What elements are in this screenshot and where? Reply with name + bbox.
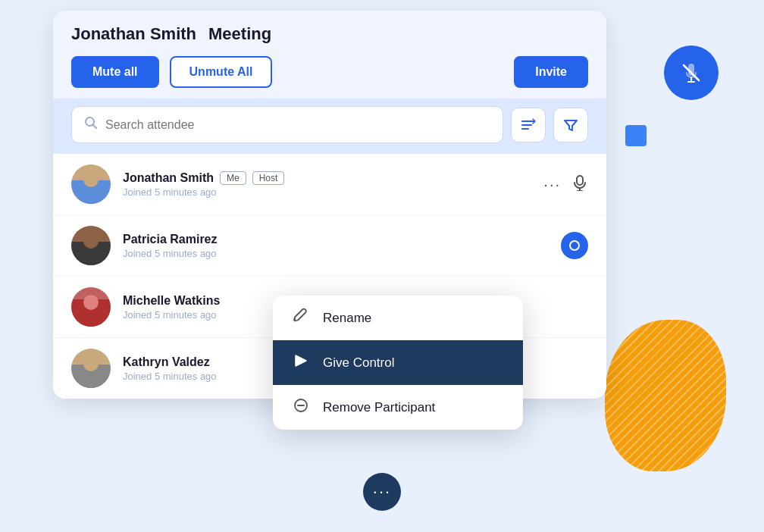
mute-status-indicator	[664, 45, 719, 100]
host-badge: Host	[252, 171, 285, 185]
sort-button[interactable]	[511, 108, 546, 142]
svg-point-16	[83, 295, 99, 310]
attendee-item: Patricia Ramirez Joined 5 minutes ago	[53, 215, 606, 277]
avatar	[71, 164, 111, 204]
decorative-square	[625, 125, 647, 146]
unmute-all-button[interactable]: Unmute All	[170, 56, 273, 88]
svg-point-19	[79, 371, 103, 388]
svg-rect-10	[577, 176, 583, 185]
svg-point-18	[83, 356, 99, 371]
header-actions: Mute all Unmute All Invite	[71, 56, 588, 88]
title-row: Jonathan Smith Meeting	[71, 24, 588, 44]
rename-icon	[291, 308, 311, 328]
svg-point-17	[79, 310, 103, 327]
me-badge: Me	[220, 171, 246, 185]
give-control-menu-item[interactable]: Give Control	[273, 340, 523, 385]
attendee-item: Jonathan Smith Me Host Joined 5 minutes …	[53, 154, 606, 215]
search-icon	[84, 116, 98, 133]
attendee-info: Jonathan Smith Me Host Joined 5 minutes …	[123, 171, 531, 198]
give-control-icon	[291, 352, 311, 373]
more-options-button[interactable]: ···	[543, 176, 561, 193]
mic-button[interactable]	[571, 174, 588, 195]
attendee-actions	[561, 232, 588, 259]
svg-point-14	[79, 249, 103, 265]
filter-button[interactable]	[553, 108, 588, 142]
join-time: Joined 5 minutes ago	[123, 186, 531, 198]
svg-line-4	[93, 125, 97, 129]
attendee-name: Jonathan Smith Me Host	[123, 171, 531, 185]
svg-point-9	[79, 187, 103, 204]
search-input[interactable]	[105, 118, 490, 132]
attendee-actions: ···	[543, 174, 588, 195]
rename-menu-item[interactable]: Rename	[273, 296, 523, 340]
search-row	[53, 99, 606, 154]
avatar	[71, 349, 111, 388]
panel-header: Jonathan Smith Meeting Mute all Unmute A…	[53, 11, 606, 99]
mic-muted-icon	[679, 61, 703, 85]
attendee-name: Patricia Ramirez	[123, 233, 549, 246]
invite-button[interactable]: Invite	[514, 56, 588, 88]
decorative-blob	[605, 320, 726, 471]
remove-icon	[291, 397, 311, 418]
svg-point-8	[83, 172, 99, 187]
meeting-label: Meeting	[208, 24, 271, 44]
remove-participant-menu-item[interactable]: Remove Participant	[273, 385, 523, 430]
search-box	[71, 106, 503, 143]
avatar	[71, 226, 111, 265]
mute-all-button[interactable]: Mute all	[71, 56, 159, 88]
svg-point-15	[570, 241, 579, 250]
avatar	[71, 287, 111, 327]
join-time: Joined 5 minutes ago	[123, 248, 549, 259]
svg-point-13	[83, 233, 99, 249]
host-name: Jonathan Smith	[71, 24, 196, 44]
attendee-info: Patricia Ramirez Joined 5 minutes ago	[123, 233, 549, 259]
more-options-fab[interactable]: ···	[363, 473, 401, 511]
context-menu: Rename Give Control Remove Participant	[273, 296, 523, 430]
action-button[interactable]	[561, 232, 588, 259]
